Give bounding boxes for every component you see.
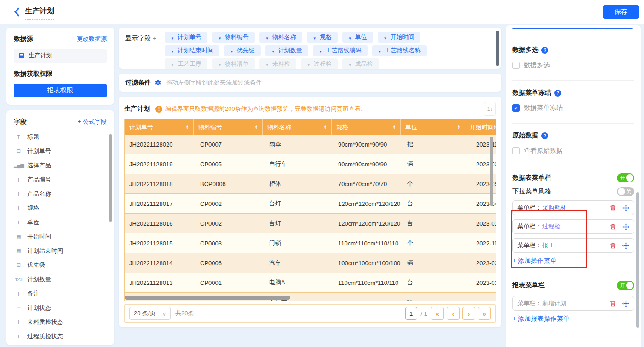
field-chip[interactable]: 计划单号 [165,32,207,43]
menu-item[interactable]: 菜单栏： 过程检 [512,219,634,234]
raw-data-checkbox[interactable] [512,147,520,154]
sort-carets-icon[interactable]: ▲▼ [324,125,327,130]
table-footer: 20 条/页 共20条 1 / 1 « ‹ › » [124,304,496,323]
field-item[interactable]: I 规格 [14,201,107,215]
sort-carets-icon[interactable]: ▲▼ [494,125,496,130]
table-menu-toggle[interactable]: 开 [617,173,634,182]
help-icon[interactable]: ? [541,132,548,139]
page-input[interactable]: 1 [405,307,417,320]
datasource-item[interactable]: 生产计划 [14,49,107,63]
add-report-menu-link[interactable]: + 添加报表操作菜单 [512,315,634,323]
field-chip-disabled[interactable]: 来料检 [259,58,296,69]
change-datasource-link[interactable]: 更改数据源 [77,35,107,43]
header-cell[interactable]: 物料编号 ▲▼ [194,119,263,135]
multi-select-checkbox[interactable] [512,62,520,69]
menu-freeze-checkbox[interactable] [512,104,520,112]
report-permission-button[interactable]: 报表权限 [14,84,107,97]
sort-carets-icon[interactable]: ▲▼ [457,125,460,130]
field-item[interactable]: ▂▄▆ 选择产品 [14,158,107,172]
field-chip[interactable]: 工艺路线编码 [313,45,368,56]
table-cell: 100cm*100cm*100/100 [334,253,402,273]
prev-page-button[interactable]: ‹ [447,307,460,320]
field-chip[interactable]: 计划数量 [265,45,308,56]
display-fields-scrollbar[interactable] [496,31,499,66]
last-page-button[interactable]: » [478,307,491,320]
field-item[interactable]: I 来料质检状态 [14,315,107,329]
chevron-down-icon [230,47,234,54]
back-button[interactable] [12,7,22,17]
move-icon[interactable] [622,223,629,230]
sort-carets-icon[interactable]: ▲▼ [186,125,189,130]
table-row: JH20221128013 CP0001 电脑A 110cm*110cm*110… [125,273,496,293]
report-menu-toggle[interactable]: 开 [617,281,634,290]
field-item[interactable]: ▦ 开始时间 [14,229,107,244]
field-item[interactable]: T 标题 [14,130,107,144]
next-page-button[interactable]: › [462,307,475,320]
raw-data-checkbox-label: 查看原始数据 [524,147,563,155]
header-cell[interactable]: 规格 ▲▼ [332,119,401,135]
field-chip[interactable]: 物料名称 [259,32,302,43]
datasource-item-label: 生产计划 [29,51,52,60]
field-chip-disabled[interactable]: 过程检 [301,58,338,69]
sort-carets-icon[interactable]: ▲▼ [255,125,258,130]
table-vertical-scrollbar[interactable] [490,137,493,206]
field-chip-disabled[interactable]: 工艺工序 [165,58,207,69]
field-chip[interactable]: 单位 [342,32,373,43]
filter-placeholder: 拖动左侧字段到此处来添加过滤条件 [166,79,262,87]
menu-item[interactable]: 菜单栏： 采购耗材 [512,200,634,215]
sort-tool-button[interactable]: 1↓ [484,102,496,116]
field-chip[interactable]: 计划结束时间 [165,45,219,56]
dropdown-style-toggle[interactable]: 关 [617,187,634,196]
page-title: 生产计划 [25,6,54,20]
table-cell: 2023-03 [472,273,496,292]
table-cell: JH20221128016 [125,214,196,233]
first-page-button[interactable]: « [431,307,444,320]
menu-item[interactable]: 菜单栏： 新增计划 [512,296,634,311]
move-icon[interactable] [622,205,629,211]
header-cell[interactable]: 开始时间 ▲▼ [465,119,496,135]
field-item[interactable]: I 产品编号 [14,172,107,187]
add-display-field-button[interactable]: + [153,34,156,42]
fields-scrollbar[interactable] [109,134,112,222]
field-item[interactable]: I 单位 [14,215,107,229]
trash-icon[interactable] [610,205,616,211]
field-chip[interactable]: 规格 [307,32,338,43]
move-icon[interactable] [622,300,629,307]
field-chip[interactable]: 物料编号 [212,32,255,43]
field-chip[interactable]: 优先级 [224,45,261,56]
gear-icon[interactable] [155,80,161,86]
field-item[interactable]: I 产品名称 [14,187,107,201]
save-button[interactable]: 保存 [603,5,639,19]
trash-icon[interactable] [610,300,616,307]
menu-item[interactable]: 菜单栏： 报工 [512,238,634,253]
field-item[interactable]: ☰ 计划状态 [14,301,107,315]
field-item[interactable]: ⊟ 计划单号 [14,144,107,158]
field-item[interactable]: ▦ 计划结束时间 [14,244,107,258]
chevron-down-icon [171,61,174,68]
trash-icon[interactable] [610,242,616,249]
filter-label: 过滤条件 [125,79,151,87]
chip-label: 计划单号 [178,33,201,41]
field-chip[interactable]: 工艺路线名称 [372,45,427,56]
field-chip-disabled[interactable]: 成品检 [342,58,379,69]
help-icon[interactable]: ? [554,90,561,97]
field-item[interactable]: 123 计划数量 [14,272,107,286]
horizontal-scrollbar[interactable] [125,296,290,300]
settings-scrollbar[interactable] [636,192,639,328]
field-chip-disabled[interactable]: 物料清单 [212,58,255,69]
add-formula-field-link[interactable]: + 公式字段 [78,118,107,126]
field-chip[interactable]: 开始时间 [378,32,420,43]
header-cell[interactable]: 物料名称 ▲▼ [263,119,332,135]
header-cell[interactable]: 计划单号 ▲▼ [125,119,194,135]
add-action-menu-link[interactable]: + 添加操作菜单 [512,257,634,265]
sort-carets-icon[interactable]: ▲▼ [393,125,396,130]
help-icon[interactable]: ? [541,47,548,54]
page-size-select[interactable]: 20 条/页 [129,307,171,320]
header-cell[interactable]: 单位 ▲▼ [401,119,465,135]
field-item[interactable]: I 过程质检状态 [14,329,107,343]
field-item[interactable]: ⊡ 优先级 [14,258,107,272]
move-icon[interactable] [622,242,629,249]
field-label: 标题 [27,133,39,141]
field-item[interactable]: I 备注 [14,286,107,301]
trash-icon[interactable] [610,223,616,230]
